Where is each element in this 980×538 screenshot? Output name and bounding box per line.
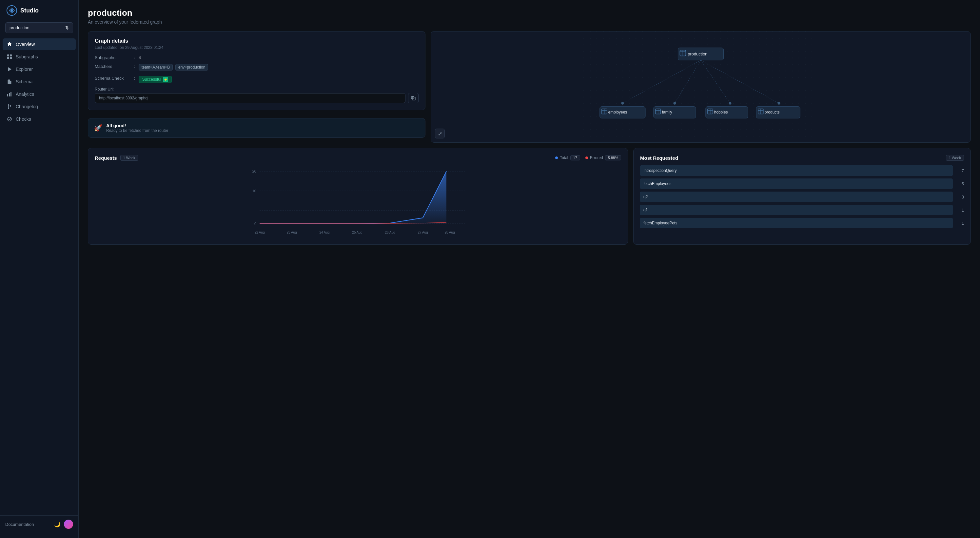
sidebar-item-checks[interactable]: Checks bbox=[3, 113, 76, 125]
chevron-icon: ⇅ bbox=[65, 25, 69, 30]
nav-label-subgraphs: Subgraphs bbox=[16, 54, 38, 59]
total-dot bbox=[555, 156, 558, 159]
svg-text:25 Aug: 25 Aug bbox=[352, 231, 362, 234]
svg-marker-59 bbox=[259, 171, 446, 224]
svg-rect-7 bbox=[7, 94, 8, 96]
query-bar-4: fetchEmployeePets bbox=[640, 218, 953, 228]
svg-rect-4 bbox=[7, 57, 9, 59]
query-count-2: 3 bbox=[959, 195, 964, 200]
file-icon bbox=[6, 79, 13, 85]
sidebar-item-overview[interactable]: Overview bbox=[3, 38, 76, 50]
svg-text:26 Aug: 26 Aug bbox=[385, 231, 395, 234]
graph-details-updated: Last updated: on 29 August 2023 01:24 bbox=[95, 45, 418, 50]
sidebar-item-subgraphs[interactable]: Subgraphs bbox=[3, 51, 76, 63]
sidebar-item-analytics[interactable]: Analytics bbox=[3, 88, 76, 100]
copy-url-button[interactable] bbox=[408, 93, 418, 103]
svg-text:family: family bbox=[662, 110, 672, 115]
query-count-0: 7 bbox=[959, 168, 964, 173]
query-count-3: 1 bbox=[959, 208, 964, 212]
expand-icon: ⤢ bbox=[438, 131, 442, 137]
most-requested-header: Most Requested 1 Week bbox=[640, 155, 964, 161]
svg-text:0: 0 bbox=[255, 222, 256, 226]
svg-text:24 Aug: 24 Aug bbox=[319, 231, 329, 234]
errored-dot bbox=[585, 156, 588, 159]
check-icon: ⚡ bbox=[163, 77, 168, 82]
errored-count: 5.88% bbox=[605, 155, 621, 160]
query-count-1: 5 bbox=[959, 181, 964, 186]
svg-text:employees: employees bbox=[608, 110, 627, 115]
requests-period: 1 Week bbox=[120, 155, 138, 161]
svg-rect-37 bbox=[654, 107, 696, 118]
svg-text:products: products bbox=[765, 110, 780, 115]
documentation-link[interactable]: Documentation bbox=[5, 522, 34, 527]
graph-details-card: Graph details Last updated: on 29 August… bbox=[88, 31, 425, 110]
subgraphs-value: 4 bbox=[138, 55, 141, 60]
app-logo-icon bbox=[6, 5, 17, 16]
graph-visualization: production employees bbox=[431, 32, 970, 142]
matchers-tags: team=A,team=B env=production bbox=[138, 64, 210, 72]
query-bar-1: fetchEmployees bbox=[640, 179, 953, 189]
sidebar-item-changelog[interactable]: Changelog bbox=[3, 101, 76, 113]
svg-rect-8 bbox=[9, 93, 10, 96]
requests-card: Requests 1 Week Total 17 Errored 5.88% bbox=[88, 148, 628, 245]
schema-check-badge: Successful ⚡ bbox=[138, 76, 172, 83]
svg-rect-2 bbox=[7, 54, 9, 56]
query-name-2: q2 bbox=[643, 195, 648, 199]
status-main: All good! bbox=[106, 123, 168, 128]
svg-point-10 bbox=[8, 104, 9, 105]
svg-text:production: production bbox=[688, 51, 707, 56]
git-branch-icon bbox=[6, 104, 13, 110]
query-list: IntrospectionQuery 7 fetchEmployees 5 q2… bbox=[640, 165, 964, 228]
footer-icons: 🌙 bbox=[54, 520, 73, 529]
project-selector-wrapper[interactable]: production ⇅ bbox=[0, 22, 78, 38]
query-name-4: fetchEmployeePets bbox=[643, 221, 677, 225]
router-url-row bbox=[95, 93, 418, 103]
graph-details-title: Graph details bbox=[95, 38, 418, 44]
query-item-2: q2 3 bbox=[640, 192, 964, 202]
svg-text:28 Aug: 28 Aug bbox=[444, 231, 455, 234]
svg-point-1 bbox=[11, 9, 13, 12]
sidebar-item-schema[interactable]: Schema bbox=[3, 76, 76, 88]
avatar[interactable] bbox=[64, 520, 73, 529]
rocket-icon: 🚀 bbox=[94, 124, 102, 132]
total-legend: Total 17 bbox=[555, 155, 580, 160]
query-name-0: IntrospectionQuery bbox=[643, 168, 676, 173]
top-grid: Graph details Last updated: on 29 August… bbox=[88, 31, 971, 143]
query-bar-0: IntrospectionQuery bbox=[640, 165, 953, 176]
query-item-3: q1 1 bbox=[640, 205, 964, 215]
query-name-3: q1 bbox=[643, 208, 648, 212]
page-subtitle: An overview of your federated graph bbox=[88, 19, 971, 25]
svg-text:10: 10 bbox=[252, 189, 256, 193]
sidebar: Studio production ⇅ Overview bbox=[0, 0, 79, 538]
sidebar-item-explorer[interactable]: Explorer bbox=[3, 63, 76, 75]
nav-label-checks: Checks bbox=[16, 117, 31, 122]
query-count-4: 1 bbox=[959, 221, 964, 226]
svg-text:23 Aug: 23 Aug bbox=[286, 231, 297, 234]
requests-title: Requests bbox=[95, 155, 117, 161]
bottom-grid: Requests 1 Week Total 17 Errored 5.88% bbox=[88, 148, 971, 245]
expand-graph-button[interactable]: ⤢ bbox=[435, 129, 445, 139]
chart-legend: Total 17 Errored 5.88% bbox=[555, 155, 621, 160]
most-requested-card: Most Requested 1 Week IntrospectionQuery… bbox=[633, 148, 971, 245]
nav-label-explorer: Explorer bbox=[16, 67, 33, 72]
svg-point-30 bbox=[729, 102, 731, 105]
svg-rect-5 bbox=[10, 57, 12, 59]
errored-legend: Errored 5.88% bbox=[585, 155, 621, 160]
schema-check-label: Schema Check bbox=[95, 76, 134, 81]
graph-viz-card: production employees bbox=[431, 31, 971, 143]
matchers-label: Matchers bbox=[95, 64, 134, 69]
svg-point-11 bbox=[8, 108, 9, 109]
moon-icon[interactable]: 🌙 bbox=[54, 521, 60, 527]
app-name: Studio bbox=[20, 7, 39, 14]
project-selector[interactable]: production ⇅ bbox=[5, 22, 73, 33]
query-bar-3: q1 bbox=[640, 205, 953, 215]
status-bar: 🚀 All good! Ready to be fetched from the… bbox=[88, 118, 425, 138]
errored-label: Errored bbox=[590, 155, 603, 160]
left-column: Graph details Last updated: on 29 August… bbox=[88, 31, 425, 143]
nav-label-schema: Schema bbox=[16, 79, 32, 84]
page-title: production bbox=[88, 8, 971, 18]
sidebar-footer: Documentation 🌙 bbox=[0, 516, 78, 533]
router-url-input[interactable] bbox=[95, 93, 406, 103]
query-name-1: fetchEmployees bbox=[643, 181, 671, 186]
logo-area: Studio bbox=[0, 5, 78, 22]
